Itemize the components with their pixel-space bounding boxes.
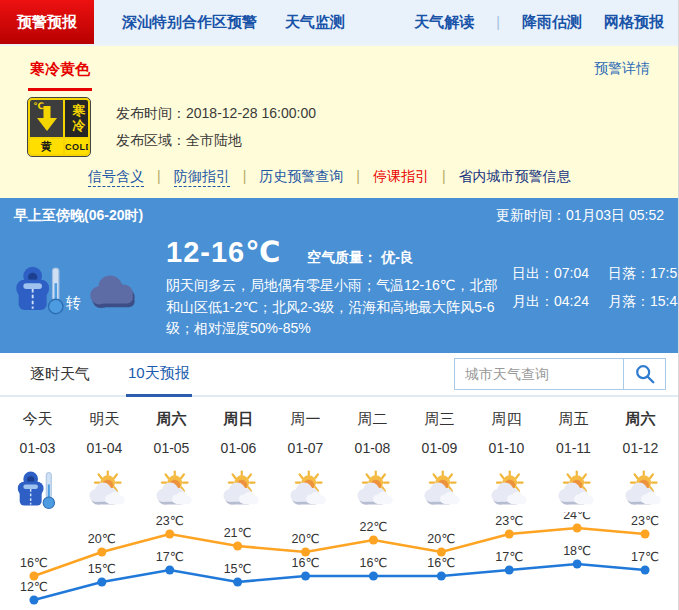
day-label: 明天 (71, 410, 138, 429)
link-separator: | (243, 168, 247, 184)
partly-cloudy-icon (485, 469, 529, 509)
partly-cloudy-icon (351, 469, 395, 509)
badge-level-en-cell: COLD (65, 139, 90, 154)
publish-area-row: 发布区域：全市陆地 (116, 127, 316, 154)
temp-point-label: 12℃ (20, 580, 48, 594)
forecast-period-label: 早上至傍晚(06-20时) (14, 207, 143, 225)
cold-icon-slot (14, 261, 70, 321)
nav-right-group: 天气解读 | 降雨估测 网格预报 (392, 0, 678, 44)
moonset-time: 月落：15:44 (608, 287, 679, 315)
current-main: 12-16℃ 空气质量： 优-良 阴天间多云，局地偶有零星小雨；气温12-16℃… (166, 235, 512, 340)
temp-point-label: 23℃ (631, 514, 659, 528)
day-date: 01-04 (71, 440, 138, 456)
temp-point (437, 572, 446, 581)
temp-point-label: 16℃ (20, 556, 48, 570)
sunrise-time: 日出：07:04 (512, 259, 608, 287)
day-date: 01-11 (540, 440, 607, 456)
warning-meta: 发布时间：2018-12-28 16:00:00 发布区域：全市陆地 (116, 100, 316, 154)
day-weather-icon (607, 466, 674, 512)
tab-ten-day-forecast[interactable]: 10天预报 (126, 353, 192, 397)
moon-times-row: 月出：04:24 月落：15:44 (512, 287, 679, 315)
temp-point-label: 20℃ (88, 532, 116, 546)
temperature-range: 12-16℃ (166, 235, 281, 269)
forecast-grid: 今天 01-03 明天 01-04 (0, 397, 678, 512)
moonrise-time: 月出：04:24 (512, 287, 608, 315)
day-weather-icon (71, 466, 138, 512)
temp-point (301, 572, 310, 581)
warning-type-tab[interactable]: 寒冷黄色 (28, 47, 92, 91)
province-city-warning-link[interactable]: 省内城市预警信息 (459, 168, 571, 184)
day-date: 01-06 (205, 440, 272, 456)
temp-point (233, 578, 242, 587)
cold-thermometer-icon (14, 261, 70, 317)
day-weather-icon (205, 466, 272, 512)
badge-arrow-cell: ℃ (30, 100, 63, 137)
sun-moon-times: 日出：07:04 日落：17:51 月出：04:24 月落：15:44 (512, 259, 679, 340)
forecast-day-column[interactable]: 周五 01-11 (540, 410, 607, 512)
forecast-day-column[interactable]: 周六 01-12 (607, 410, 674, 512)
warning-links-row: 信号含义|防御指引|历史预警查询|停课指引|省内城市预警信息 (0, 158, 678, 198)
search-button[interactable] (623, 359, 665, 389)
nav-shenshan-warning-link[interactable]: 深汕特别合作区预警 (122, 0, 257, 44)
partly-cloudy-icon (619, 469, 663, 509)
temp-point-label: 16℃ (359, 556, 387, 570)
link-separator: | (356, 168, 360, 184)
sun-times-row: 日出：07:04 日落：17:51 (512, 259, 679, 287)
city-weather-search (454, 358, 666, 390)
nav-rain-estimate-link[interactable]: 降雨估测 (522, 0, 582, 44)
badge-level-cell: 黄 (30, 139, 63, 154)
class-suspension-guide-link[interactable]: 停课指引 (373, 168, 429, 184)
warning-details-link[interactable]: 预警详情 (594, 60, 650, 78)
defense-guide-link[interactable]: 防御指引 (174, 168, 230, 187)
current-content: 转 12-16℃ 空气质量： 优-良 阴天间多云，局地偶有零星小雨；气温12-1… (14, 235, 664, 340)
search-icon (634, 363, 656, 385)
cold-thermometer-icon (16, 467, 60, 511)
temp-point-label: 23℃ (156, 514, 184, 528)
forecast-day-column[interactable]: 周六 01-05 (138, 410, 205, 512)
forecast-day-column[interactable]: 明天 01-04 (71, 410, 138, 512)
tab-warning-forecast[interactable]: 预警预报 (0, 0, 94, 44)
tab-hourly-weather[interactable]: 逐时天气 (28, 354, 92, 395)
warning-body: ℃ 寒冷 黄 COLD 发布时间：2018-12-28 16:00:00 发布区… (0, 92, 678, 158)
forecast-day-column[interactable]: 周日 01-06 (205, 410, 272, 512)
temp-point (505, 566, 514, 575)
day-label: 周五 (540, 410, 607, 429)
forecast-day-column[interactable]: 周二 01-08 (339, 410, 406, 512)
day-weather-icon (138, 466, 205, 512)
current-conditions-panel: 早上至傍晚(06-20时) 更新时间：01月03日 05:52 转 (0, 198, 678, 353)
nav-grid-forecast-link[interactable]: 网格预报 (604, 0, 664, 44)
partly-cloudy-icon (552, 469, 596, 509)
day-date: 01-12 (607, 440, 674, 456)
forecast-day-column[interactable]: 周一 01-07 (272, 410, 339, 512)
cold-warning-badge-icon: ℃ 寒冷 黄 COLD (28, 98, 90, 156)
signal-meaning-link[interactable]: 信号含义 (88, 168, 144, 187)
forecast-day-column[interactable]: 今天 01-03 (4, 410, 71, 512)
history-warning-query-link[interactable]: 历史预警查询 (259, 168, 343, 184)
day-date: 01-07 (272, 440, 339, 456)
temperature-line: 12-16℃ 空气质量： 优-良 (166, 235, 504, 269)
day-date: 01-09 (406, 440, 473, 456)
current-weather-icons: 转 (14, 235, 166, 340)
temp-point (29, 596, 38, 605)
search-input[interactable] (455, 359, 623, 389)
forecast-day-column[interactable]: 周四 01-10 (473, 410, 540, 512)
temp-point (165, 530, 174, 539)
temp-point-label: 22℃ (359, 520, 387, 534)
current-header: 早上至傍晚(06-20时) 更新时间：01月03日 05:52 (14, 207, 664, 225)
day-date: 01-03 (4, 440, 71, 456)
day-label: 周二 (339, 410, 406, 429)
temp-point-label: 23℃ (495, 514, 523, 528)
nav-weather-interpret-link[interactable]: 天气解读 (414, 0, 474, 44)
overcast-cloud-icon (83, 268, 141, 310)
forecast-day-column[interactable]: 周三 01-09 (406, 410, 473, 512)
day-weather-icon (4, 466, 71, 512)
day-label: 周六 (138, 410, 205, 429)
day-weather-icon (272, 466, 339, 512)
partly-cloudy-icon (150, 469, 194, 509)
warning-header: 寒冷黄色 预警详情 (0, 46, 678, 92)
nav-weather-monitor-link[interactable]: 天气监测 (285, 0, 345, 44)
temp-line-high (34, 528, 645, 576)
temp-point-label: 17℃ (631, 550, 659, 564)
publish-time-row: 发布时间：2018-12-28 16:00:00 (116, 100, 316, 127)
publish-time-label: 发布时间： (116, 105, 186, 121)
